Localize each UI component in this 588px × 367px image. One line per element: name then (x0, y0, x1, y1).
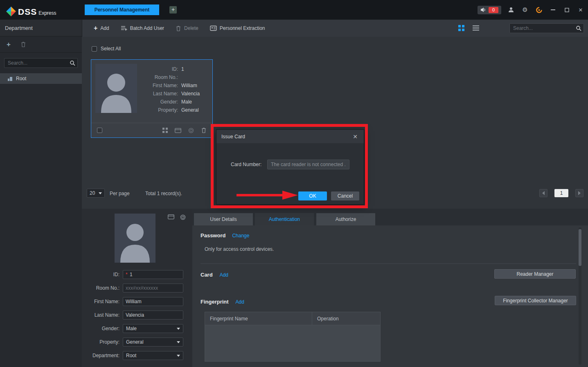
list-view-icon[interactable] (473, 25, 479, 31)
reader-manager-button[interactable]: Reader Manager (494, 269, 576, 279)
fingerprint-collector-manager-button[interactable]: Fingerprint Collector Manager (495, 296, 576, 305)
personnel-search-input[interactable] (509, 23, 584, 33)
change-password-link[interactable]: Change (232, 233, 249, 239)
select-all-label: Select All (101, 46, 121, 52)
alarm-center[interactable]: 0 (478, 6, 501, 14)
required-asterisk: * (126, 272, 128, 277)
dialog-close-icon[interactable]: ✕ (351, 133, 359, 140)
batch-add-icon (121, 25, 127, 31)
per-page-select[interactable]: 20 (87, 189, 105, 198)
department-label: Department: (82, 353, 119, 358)
person-detail-panel: ID: * Room No.: First Name: Last Name: G… (82, 209, 192, 367)
close-button[interactable]: ✕ (577, 6, 585, 14)
personnel-search (509, 23, 584, 33)
person-card-footer (91, 123, 212, 137)
user-account-icon[interactable] (507, 6, 515, 14)
view-toggle (458, 25, 479, 31)
last-name-label: Last Name: (82, 312, 119, 318)
last-name-field[interactable] (123, 311, 183, 320)
chevron-down-icon (177, 328, 180, 330)
trash-icon (176, 25, 181, 32)
ok-button[interactable]: OK (298, 191, 327, 200)
issue-card-icon[interactable] (168, 214, 174, 219)
prev-page-button[interactable] (539, 189, 547, 197)
detail-tabs-panel: User Details Authentication Authorize Pa… (192, 209, 588, 367)
issue-card-icon[interactable] (175, 128, 181, 133)
delete-department-icon[interactable] (20, 41, 26, 47)
add-department-icon[interactable]: + (7, 41, 11, 49)
detail-tabstrip: User Details Authentication Authorize (192, 209, 588, 225)
gender-select[interactable]: Male (123, 324, 183, 333)
title-bar: DSS Express Personnel Management + 0 ⚙ (0, 0, 588, 20)
tab-personnel-management[interactable]: Personnel Management (85, 5, 159, 15)
field-value: Valencia (181, 91, 200, 97)
fingerprint-icon[interactable] (188, 128, 194, 133)
sidebar-item-root[interactable]: Root (0, 73, 82, 84)
personnel-extraction-button[interactable]: Personnel Extraction (210, 25, 265, 31)
scrollbar-thumb[interactable] (579, 229, 581, 266)
room-field[interactable] (123, 284, 183, 293)
department-search (4, 58, 78, 68)
field-value: 1 (181, 66, 184, 72)
tab-authentication[interactable]: Authentication (255, 213, 314, 225)
password-note: Only for access control devices. (205, 246, 274, 252)
dss-express-window: DSS Express Personnel Management + 0 ⚙ (0, 0, 588, 367)
id-field[interactable] (123, 270, 183, 279)
card-number-input[interactable] (267, 160, 349, 169)
person-card-info: ID:1 Room No.: First Name:William Last N… (140, 65, 210, 114)
delete-person-icon[interactable] (201, 127, 207, 133)
card-number-label: Card Number: (231, 162, 261, 167)
select-all-checkbox[interactable] (92, 46, 97, 52)
fingerprint-icon[interactable] (180, 214, 186, 220)
add-card-link[interactable]: Add (220, 272, 228, 278)
department-select[interactable]: Root (123, 351, 183, 360)
per-page-label: Per page (110, 191, 130, 196)
brand-status-icon[interactable] (535, 6, 543, 14)
tab-authorize[interactable]: Authorize (316, 213, 375, 225)
next-page-button[interactable] (575, 189, 583, 197)
logo-text-dss: DSS (18, 7, 37, 17)
chevron-down-icon (177, 355, 180, 357)
grid-view-icon[interactable] (458, 25, 464, 31)
current-page-box[interactable]: 1 (554, 189, 568, 197)
add-fingerprint-link[interactable]: Add (236, 299, 244, 305)
personnel-toolbar: + Add Batch Add User Delete Personnel Ex… (82, 20, 588, 37)
field-label: ID: (140, 66, 178, 72)
person-photo (95, 64, 137, 113)
tab-user-details[interactable]: User Details (194, 213, 253, 225)
id-card-icon (210, 25, 217, 31)
app-logo: DSS Express (6, 4, 56, 17)
room-label: Room No.: (82, 285, 119, 291)
cancel-button[interactable]: Cancel (331, 191, 359, 200)
department-search-input[interactable] (4, 58, 78, 68)
issue-card-dialog: Issue Card ✕ Card Number: OK Cancel (216, 129, 364, 205)
field-label: Property: (140, 107, 178, 113)
minimize-button[interactable] (549, 6, 557, 14)
field-label: Last Name: (140, 91, 178, 97)
add-person-button[interactable]: + Add (94, 25, 109, 31)
person-card[interactable]: ID:1 Room No.: First Name:William Last N… (91, 59, 213, 138)
detail-grid-icon[interactable] (162, 128, 168, 133)
maximize-button[interactable] (563, 6, 571, 14)
add-tab-button[interactable]: + (169, 6, 177, 14)
property-select[interactable]: General (123, 338, 183, 347)
settings-gear-icon[interactable]: ⚙ (521, 6, 529, 14)
property-label: Property: (82, 339, 119, 345)
card-section-title: Card (201, 272, 213, 278)
fingerprint-table-body (205, 325, 381, 362)
first-name-field[interactable] (123, 297, 183, 306)
search-icon (576, 25, 581, 31)
person-select-checkbox[interactable] (97, 128, 102, 133)
field-label: Room No.: (140, 74, 178, 80)
fingerprint-table-header: Fingerprint Name Operation (205, 312, 381, 325)
speaker-icon (480, 7, 487, 13)
plus-icon: + (94, 26, 97, 31)
delete-person-button[interactable]: Delete (176, 25, 198, 32)
department-sidebar: Department + Root (0, 20, 82, 367)
sidebar-title: Department (0, 20, 82, 36)
detail-form: ID: * Room No.: First Name: Last Name: G… (82, 270, 192, 365)
vertical-scrollbar[interactable] (579, 227, 581, 365)
titlebar-controls: 0 ⚙ ✕ (478, 0, 585, 20)
batch-add-user-button[interactable]: Batch Add User (121, 25, 164, 31)
id-label: ID: (82, 272, 119, 277)
